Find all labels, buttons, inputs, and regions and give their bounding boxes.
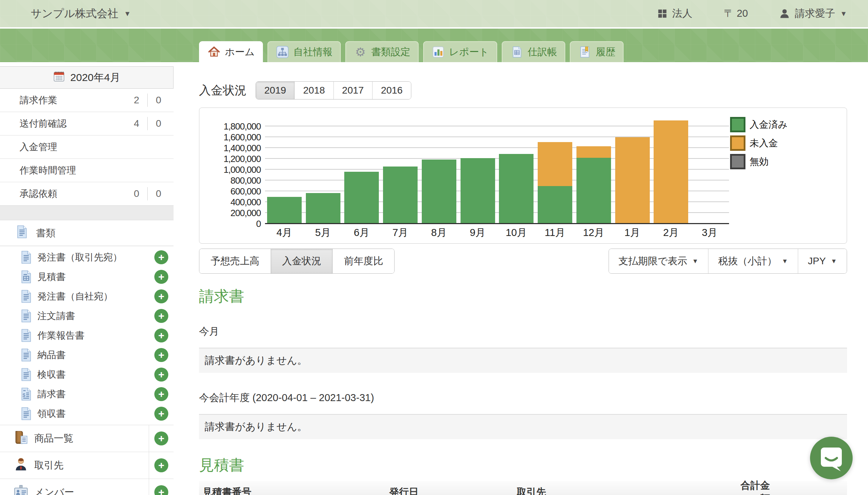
sidebar-item-counts: 20 [131, 94, 164, 107]
x-tick-label: 10月 [497, 226, 536, 240]
sidebar-catalog-item-2[interactable]: メンバー+ [0, 479, 174, 495]
sidebar-item-label: 送付前確認 [20, 117, 67, 130]
sidebar-document-item-5[interactable]: 納品書+ [0, 345, 174, 365]
sidebar-item-2[interactable]: 入金管理 [0, 135, 174, 159]
view-toggle-button-label: 前年度比 [344, 254, 383, 268]
sidebar-document-item-1[interactable]: 見積書+ [0, 267, 174, 287]
year-button-0[interactable]: 2019 [256, 82, 294, 99]
sidebar-document-list: 発注書（取引先宛）+見積書+発注書（自社宛）+注文請書+作業報告書+納品書+検収… [0, 246, 174, 425]
add-document-button[interactable]: + [154, 387, 168, 401]
plus-icon: + [154, 328, 168, 342]
bar-segment-入金済み [383, 167, 418, 224]
history-icon [578, 45, 591, 59]
bar-8月 [420, 108, 458, 224]
sidebar-spacer [0, 206, 174, 220]
add-catalog-button[interactable]: + [149, 479, 174, 495]
x-tick-label: 12月 [574, 226, 613, 240]
view-toggle-button-label: 予想売上高 [211, 254, 259, 268]
postal-count-label: 〒 20 [724, 7, 748, 21]
tab-5[interactable]: 履歴 [570, 41, 624, 62]
payment-status-chart: 0200,000400,000600,000800,0001,000,0001,… [199, 108, 847, 244]
bar-segment-入金済み [576, 158, 611, 224]
sidebar-document-item-3[interactable]: 注文請書+ [0, 306, 174, 326]
chart-section-title: 入金状況 [199, 82, 247, 98]
tab-label: ホーム [225, 45, 255, 59]
legend-swatch [730, 154, 745, 169]
add-document-button[interactable]: + [154, 270, 168, 284]
sidebar-item-3[interactable]: 作業時間管理 [0, 159, 174, 182]
sidebar-document-item-7[interactable]: $請求書+ [0, 384, 174, 404]
add-document-button[interactable]: + [154, 250, 168, 264]
postal-count[interactable]: 〒 20 [724, 7, 748, 21]
plus-icon: + [154, 368, 168, 382]
view-toggle-button-2[interactable]: 前年度比 [332, 249, 394, 273]
chat-icon [810, 437, 853, 479]
sidebar-documents-header[interactable]: 書類 [0, 220, 174, 246]
bar-segment-未入金 [615, 137, 650, 224]
year-button-1[interactable]: 2018 [294, 82, 333, 99]
year-button-3[interactable]: 2016 [372, 82, 411, 99]
x-tick-label: 2月 [652, 226, 691, 240]
add-document-button[interactable]: + [154, 309, 168, 323]
count-secondary: 0 [153, 95, 164, 106]
org-type-menu[interactable]: 法人 [657, 7, 692, 21]
display-dropdown-0[interactable]: 支払期限で表示▼ [609, 249, 708, 273]
tab-3[interactable]: レポート [423, 41, 497, 62]
document-item-label: 検収書 [37, 368, 66, 381]
tab-4[interactable]: 仕訳帳 [502, 41, 565, 62]
sidebar-document-item-8[interactable]: 領収書+ [0, 404, 174, 423]
add-document-button[interactable]: + [154, 348, 168, 362]
add-document-button[interactable]: + [154, 368, 168, 382]
sidebar-month-header[interactable]: 2020年4月 [0, 66, 174, 89]
sidebar-catalog-item-1[interactable]: 取引先+ [0, 452, 174, 479]
chevron-down-icon: ▼ [124, 10, 131, 17]
display-dropdown-2[interactable]: JPY▼ [798, 249, 847, 273]
tab-1[interactable]: 自社情報 [267, 41, 341, 62]
add-catalog-button[interactable]: + [149, 452, 174, 479]
tab-0[interactable]: ホーム [199, 41, 263, 62]
year-selector: 2019201820172016 [256, 81, 411, 99]
document-item-label: 領収書 [37, 407, 66, 420]
year-button-2[interactable]: 2017 [333, 82, 372, 99]
tab-2[interactable]: ⚙書類設定 [345, 41, 419, 62]
bar-segment-未入金 [576, 146, 611, 158]
sidebar-catalog-item-0[interactable]: 商品一覧+ [0, 425, 174, 452]
sidebar-document-item-2[interactable]: 発注書（自社宛）+ [0, 287, 174, 306]
y-tick-label: 400,000 [199, 197, 261, 208]
doc-icon [19, 368, 33, 382]
add-catalog-button[interactable]: + [149, 425, 174, 452]
plus-icon: + [154, 485, 168, 495]
add-document-button[interactable]: + [154, 407, 168, 421]
sidebar-item-1[interactable]: 送付前確認40 [0, 112, 174, 135]
company-menu[interactable]: サンプル株式会社 ▼ [31, 6, 131, 21]
bar-segment-入金済み [344, 172, 379, 224]
sidebar-item-0[interactable]: 請求作業20 [0, 89, 174, 112]
sidebar-document-item-4[interactable]: 作業報告書+ [0, 326, 174, 345]
sidebar-document-item-6[interactable]: 検収書+ [0, 365, 174, 384]
sidebar-item-4[interactable]: 承認依頼00 [0, 182, 174, 206]
x-tick-label: 7月 [381, 226, 420, 240]
display-dropdown-1[interactable]: 税抜（小計）▼ [708, 249, 798, 273]
invoice-empty-message-1: 請求書がありません。 [199, 414, 847, 439]
report-icon [432, 45, 445, 59]
legend-label: 無効 [750, 155, 768, 168]
plus-icon: + [154, 431, 168, 445]
legend-label: 入金済み [750, 118, 788, 131]
document-item-label: 請求書 [37, 388, 66, 400]
add-document-button[interactable]: + [154, 328, 168, 342]
plus-icon: + [154, 458, 168, 472]
catalog-item-label: 商品一覧 [34, 432, 73, 445]
chat-launcher-button[interactable] [810, 437, 853, 479]
svg-text:$: $ [23, 392, 25, 398]
bar-12月 [574, 108, 613, 224]
user-menu[interactable]: 請求愛子 ▼ [779, 7, 847, 21]
x-tick-label: 3月 [690, 226, 729, 240]
view-toggle-button-1[interactable]: 入金状況 [271, 249, 332, 273]
sidebar-document-item-0[interactable]: 発注書（取引先宛）+ [0, 248, 174, 267]
main-content: 入金状況 2019201820172016 0200,000400,000600… [199, 62, 847, 495]
add-document-button[interactable]: + [154, 289, 168, 303]
document-item-label: 見積書 [37, 271, 66, 283]
display-dropdown-label: 税抜（小計） [718, 254, 777, 268]
view-toggle-button-0[interactable]: 予想売上高 [199, 249, 271, 273]
estimates-table-header: 見積書番号発行日取引先合計金額 [199, 481, 847, 495]
